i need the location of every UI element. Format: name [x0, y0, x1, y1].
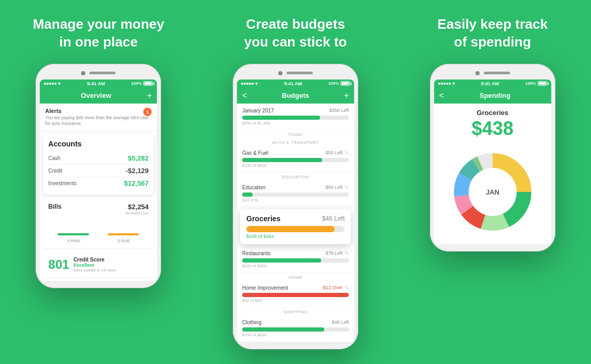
- phone3-status-right: 100%: [525, 81, 547, 86]
- phone1-accounts-title: Accounts: [48, 140, 149, 148]
- budget-highlight-groceries: Groceries $46 Left $438 of $484: [240, 209, 351, 244]
- phone1-bills-label: Amount Due: [126, 211, 149, 215]
- phone1-header-add[interactable]: +: [147, 91, 152, 100]
- budget-rest-left: $78 Left ✎: [325, 251, 349, 256]
- phone2-app-header: < Budgets +: [237, 88, 354, 104]
- account-row-cash: Cash $5,282: [48, 152, 149, 165]
- section-manage-money: Manage your money in one place ▾ 9:41 AM: [0, 0, 197, 364]
- phone2-time: 9:41 AM: [284, 81, 302, 86]
- budget-gas-bar-fill: [242, 158, 322, 162]
- section1-title-line2: in one place: [59, 34, 138, 50]
- budget-hl-header: Groceries $46 Left: [246, 214, 345, 223]
- account-investments-amount: $12,567: [124, 179, 149, 187]
- budget-home-sub: $32 of $40: [242, 298, 349, 303]
- phone2-signal: [241, 83, 254, 85]
- budget-home-bar-fill: [242, 293, 349, 297]
- phone2-header-back[interactable]: <: [242, 91, 247, 100]
- phone2-battery-icon: [340, 81, 350, 86]
- phone2-screen: ▾ 9:41 AM 100% < Budgets +: [237, 79, 354, 342]
- account-credit-label: Credit: [48, 168, 62, 174]
- budget-hl-name: Groceries: [246, 214, 280, 223]
- spending-donut-chart: JAN: [446, 145, 540, 239]
- phone1-bills-due-bar: [108, 233, 139, 235]
- section3-title-line2: of spending: [454, 34, 531, 50]
- phone1-bills-due: 2 DUE: [118, 238, 130, 243]
- phone1-status-left: ▾: [44, 81, 61, 86]
- budget-sublabel-home: HOME: [237, 273, 354, 281]
- budget-jan-left: $350 Left: [329, 108, 349, 113]
- phone1-alerts-title: Alerts: [45, 108, 152, 114]
- account-row-investments: Investments $12,567: [48, 177, 149, 189]
- phone1-alerts-section: Alerts 1 You are paying $45 more than th…: [40, 104, 157, 131]
- budget-gas-bar-bg: [242, 158, 349, 162]
- phone3-camera: [475, 71, 480, 75]
- budget-item-gas-header: Gas & Fuel $50 Left ✎: [242, 150, 349, 156]
- phone1-credit-score: 801: [48, 257, 69, 272]
- phone2-frame: ▾ 9:41 AM 100% < Budgets +: [233, 64, 358, 349]
- phone1-time: 9:41 AM: [87, 81, 105, 86]
- phone3-screen: ▾ 9:41 AM 100% < Spending: [434, 79, 551, 244]
- budget-hl-left: $46 Left: [322, 215, 345, 222]
- budget-gas-edit[interactable]: ✎: [345, 150, 349, 156]
- phone1-alerts-badge: 1: [143, 108, 152, 116]
- budget-gas-left: $50 Left ✎: [325, 150, 349, 156]
- phone3-app-header: < Spending: [434, 88, 551, 104]
- budget-edu-bar-fill: [242, 192, 253, 197]
- section1-title-line1: Manage your money: [33, 16, 164, 32]
- donut-center-label: JAN: [486, 188, 499, 196]
- account-cash-amount: $5,282: [128, 154, 149, 162]
- budget-item-clothing: Clothing $46 Left $154 of $200: [237, 315, 354, 342]
- phone3-spending-category: Groceries: [439, 109, 546, 117]
- phone1-bills-amount: $2,254: [126, 203, 149, 211]
- budget-rest-bar-bg: [242, 258, 349, 263]
- phone1-bills-amount-block: $2,254 Amount Due: [126, 203, 149, 215]
- phone3-status-left: ▾: [438, 81, 455, 86]
- phone1-header-title: Overview: [81, 92, 111, 99]
- budget-cloth-bar-bg: [242, 327, 349, 332]
- budget-edu-edit[interactable]: ✎: [345, 185, 349, 190]
- section1-title: Manage your money in one place: [33, 16, 164, 51]
- phone3-header-back[interactable]: <: [439, 91, 444, 100]
- section3-title-line1: Easily keep track: [437, 16, 548, 32]
- phone2-status-right: 100%: [328, 81, 350, 86]
- phone2-top: [237, 71, 354, 75]
- budget-item-home-improvement: Home Improvement -$12 Over ✎ $32 of $40: [237, 281, 354, 308]
- budget-item-restaurants: Restaurants $78 Left ✎ $222 of $300: [237, 246, 354, 273]
- phone3-signal: [438, 83, 451, 85]
- budget-gas-sub: $150 of $200: [242, 163, 349, 168]
- phone1-credit-label: Credit Score: [73, 257, 149, 263]
- budget-edu-left: $90 Left ✎: [325, 185, 349, 190]
- budget-item-rest-header: Restaurants $78 Left ✎: [242, 251, 349, 256]
- budget-jan-name: January 2017: [242, 108, 274, 113]
- budget-home-edit[interactable]: ✎: [345, 285, 349, 291]
- phone1-credit-next: Next update in 15 days: [73, 268, 149, 272]
- account-investments-label: Investments: [48, 180, 76, 186]
- budget-rest-name: Restaurants: [242, 251, 270, 256]
- section2-title-line1: Create budgets: [246, 16, 345, 32]
- phone2-battery-text: 100%: [328, 81, 339, 86]
- budget-item-gasfuel: Gas & Fuel $50 Left ✎ $150 of $200: [237, 146, 354, 173]
- budget-edu-name: Education: [242, 185, 265, 190]
- phone1-bills-title: Bills: [48, 203, 61, 210]
- phone2-status-bar: ▾ 9:41 AM 100%: [237, 79, 354, 88]
- budget-jan-bar-bg: [242, 116, 349, 120]
- budget-cloth-left: $46 Left: [332, 320, 349, 325]
- budget-edu-sub: $10 of $...: [242, 198, 349, 202]
- phone1-app-header: Overview +: [40, 88, 157, 104]
- phone1-battery-text: 100%: [131, 81, 142, 86]
- phone1-screen: ▾ 9:41 AM 100% Overview +: [40, 79, 157, 281]
- account-credit-amount: -$2,129: [126, 167, 149, 175]
- phone2-header-add[interactable]: +: [344, 91, 349, 100]
- section-spending: Easily keep track of spending ▾ 9:41 AM: [394, 0, 591, 364]
- phone3-spending-content: Groceries $438: [434, 104, 551, 244]
- budget-cloth-name: Clothing: [242, 320, 262, 325]
- phone2-header-title: Budgets: [282, 92, 309, 99]
- phone1-accounts-card: Accounts Cash $5,282 Credit -$2,129 Inve…: [43, 134, 154, 195]
- phone1-bills-paid: 3 PAID: [67, 238, 80, 243]
- section-budgets: Create budgets you can stick to ▾ 9:41 A…: [197, 0, 394, 364]
- phone3-speaker: [484, 72, 510, 74]
- budget-rest-edit[interactable]: ✎: [345, 251, 349, 256]
- phone1-credit-info: Credit Score Excellent Next update in 15…: [73, 257, 149, 272]
- budget-sublabel-shopping: SHOPPING: [237, 308, 354, 315]
- phone1-bills-bars: [48, 220, 149, 235]
